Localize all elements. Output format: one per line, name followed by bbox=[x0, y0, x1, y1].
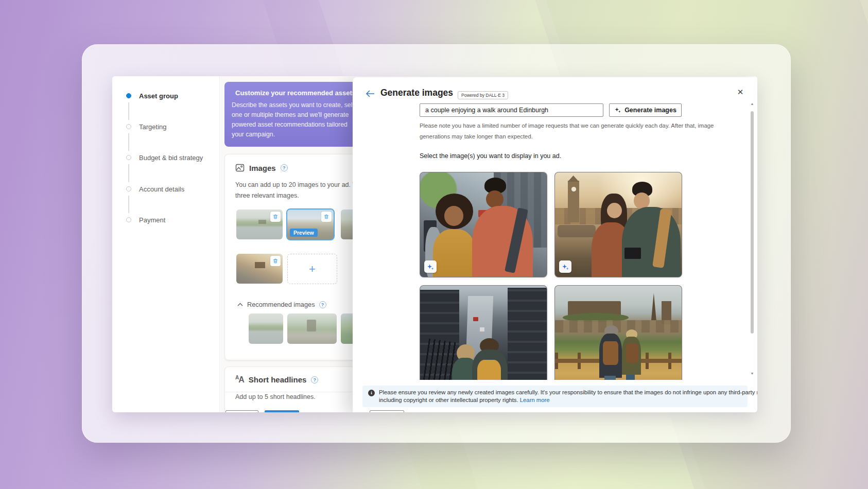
man-jeans bbox=[604, 376, 616, 380]
selected-image-thumbnail[interactable]: Preview bbox=[287, 209, 334, 239]
buildings-row bbox=[555, 320, 682, 333]
ai-sparkle-icon bbox=[562, 263, 569, 271]
loch-castle-photo bbox=[249, 313, 283, 344]
recommended-image-thumbnail[interactable] bbox=[287, 313, 337, 344]
images-card-title: Images bbox=[249, 164, 276, 172]
banner-text-line: your campaign. bbox=[232, 130, 354, 139]
dialog-scrollbar[interactable]: ▲ ▼ bbox=[749, 101, 755, 378]
generated-image-couple-walking-edinburgh-street[interactable] bbox=[420, 172, 547, 277]
stepper-connector bbox=[128, 133, 129, 151]
stepper-item-account-details[interactable]: Account details bbox=[112, 184, 219, 194]
woman-sweater bbox=[433, 229, 476, 277]
banner-text-line: one or multiple themes and we'll generat… bbox=[232, 110, 354, 120]
app-screen: Asset group Targeting Budget & bid strat… bbox=[112, 76, 757, 412]
recommended-images-label: Recommended images bbox=[247, 301, 315, 308]
trash-icon[interactable] bbox=[321, 212, 332, 222]
castle-silhouette bbox=[255, 262, 265, 268]
buildings-right bbox=[508, 288, 547, 380]
scrollbar-thumb[interactable] bbox=[751, 111, 754, 334]
back-arrow-icon bbox=[366, 90, 375, 97]
prompt-input[interactable] bbox=[420, 103, 603, 117]
help-icon[interactable]: ? bbox=[281, 164, 288, 171]
car bbox=[480, 327, 485, 331]
step-dot bbox=[126, 217, 131, 222]
ai-sparkle-icon bbox=[427, 263, 435, 271]
back-button-partial[interactable] bbox=[225, 410, 258, 412]
back-button[interactable] bbox=[364, 88, 376, 99]
dialog-title: Generate images bbox=[380, 88, 453, 98]
generated-image-couple-on-old-town-street[interactable] bbox=[420, 285, 547, 380]
recommended-images-toggle[interactable]: Recommended images ? bbox=[237, 301, 326, 308]
close-button[interactable]: ✕ bbox=[735, 86, 746, 98]
close-icon: ✕ bbox=[737, 88, 744, 97]
image-icon bbox=[235, 163, 245, 172]
man-backpack bbox=[603, 341, 618, 365]
stepper-item-budget-bid-strategy[interactable]: Budget & bid strategy bbox=[112, 152, 219, 163]
preview-badge: Preview bbox=[290, 229, 318, 237]
generate-images-dialog: Generate images Powered by DALL·E 3 Gene… bbox=[353, 77, 757, 412]
font-icon: AA bbox=[235, 375, 244, 385]
desktop-background: Asset group Targeting Budget & bid strat… bbox=[0, 0, 868, 489]
banner-text-line: Describe the assets you want to create, … bbox=[232, 100, 354, 110]
car bbox=[473, 317, 478, 321]
next-button-partial[interactable] bbox=[265, 410, 299, 412]
crowd bbox=[558, 225, 596, 237]
campaign-stepper-sidebar: Asset group Targeting Budget & bid strat… bbox=[112, 76, 220, 412]
chevron-up-icon bbox=[237, 303, 243, 306]
info-icon: i bbox=[368, 390, 375, 396]
ai-generated-badge bbox=[424, 260, 437, 273]
stepper-item-targeting[interactable]: Targeting bbox=[112, 121, 219, 132]
stepper-connector bbox=[128, 164, 129, 182]
generated-image-couple-overlooking-edinburgh-skyline[interactable] bbox=[554, 172, 682, 277]
disclaimer-text-line: including copyright or other intellectua… bbox=[379, 397, 550, 403]
browser-window-frame: Asset group Targeting Budget & bid strat… bbox=[82, 44, 791, 443]
step-label: Account details bbox=[139, 185, 184, 193]
rate-limit-note-line: Please note you have a limited number of… bbox=[420, 123, 714, 129]
woman-face bbox=[444, 206, 463, 226]
woman-jeans bbox=[626, 375, 635, 380]
stepper-item-payment[interactable]: Payment bbox=[112, 215, 219, 225]
dialog-scroll-area: Generate images Powered by DALL·E 3 Gene… bbox=[353, 77, 757, 380]
generated-image-couple-at-castle-viewpoint[interactable] bbox=[554, 285, 682, 380]
add-image-tile[interactable]: + bbox=[287, 254, 337, 284]
trash-icon[interactable] bbox=[270, 212, 281, 222]
dialog-close-button-partial[interactable] bbox=[370, 410, 404, 412]
powered-by-badge: Powered by DALL·E 3 bbox=[458, 91, 508, 99]
castle-silhouette bbox=[258, 220, 266, 224]
camera bbox=[624, 248, 641, 259]
generate-images-button[interactable]: Generate images bbox=[609, 103, 682, 117]
scroll-up-arrow-icon[interactable]: ▲ bbox=[749, 101, 755, 107]
step-label: Budget & bid strategy bbox=[139, 154, 203, 162]
scroll-down-arrow-icon[interactable]: ▼ bbox=[749, 371, 755, 377]
recommended-assets-banner: Customize your recommended assets Descri… bbox=[224, 82, 361, 147]
fountain-silhouette bbox=[307, 320, 316, 332]
stepper-connector bbox=[128, 102, 129, 120]
disclaimer-text-line: Please ensure you review any newly creat… bbox=[379, 389, 757, 395]
step-dot bbox=[126, 155, 131, 160]
clock-face bbox=[571, 187, 576, 191]
ai-generated-badge bbox=[559, 260, 571, 273]
man-sweater bbox=[622, 207, 680, 277]
step-active-dot bbox=[126, 93, 131, 98]
banner-title: Customize your recommended assets bbox=[235, 89, 356, 97]
sparkles-icon bbox=[614, 107, 621, 114]
man-face bbox=[486, 190, 504, 208]
help-icon[interactable]: ? bbox=[319, 301, 326, 308]
banner-text-line: powered asset recommendations tailored bbox=[232, 120, 354, 130]
recommended-image-thumbnail[interactable] bbox=[249, 313, 283, 344]
uploaded-image-thumbnail[interactable] bbox=[236, 209, 283, 239]
trash-icon[interactable] bbox=[270, 256, 281, 266]
step-label: Targeting bbox=[139, 123, 166, 131]
disclaimer-text: including copyright or other intellectua… bbox=[379, 397, 518, 403]
stepper-item-asset-group[interactable]: Asset group bbox=[112, 91, 219, 101]
step-dot bbox=[126, 124, 131, 129]
learn-more-link[interactable]: Learn more bbox=[520, 397, 550, 403]
generate-images-button-label: Generate images bbox=[624, 107, 676, 114]
disclaimer-bar: i Please ensure you review any newly cre… bbox=[362, 386, 748, 407]
step-dot bbox=[126, 186, 131, 191]
plus-icon: + bbox=[309, 263, 316, 276]
uploaded-image-thumbnail[interactable] bbox=[236, 254, 283, 284]
select-instruction: Select the image(s) you want to display … bbox=[420, 152, 561, 160]
help-icon[interactable]: ? bbox=[311, 376, 318, 383]
woman-backpack bbox=[626, 343, 639, 363]
